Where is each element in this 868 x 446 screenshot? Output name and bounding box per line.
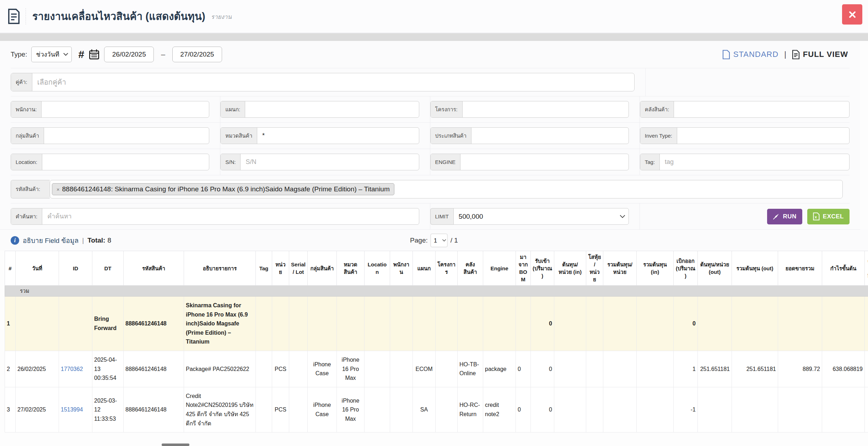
filter-row-2: กลุ่มสินค้า หมวดสินค้า ประเภทสินค้า Inve… xyxy=(11,123,850,149)
column-header: แผนก xyxy=(413,251,436,286)
product-code-field[interactable]: × 8886461246148: Skinarma Casing for iPh… xyxy=(50,180,843,198)
column-header: เบิกออก (ปริมาณ) xyxy=(674,251,698,286)
table-cell: SA xyxy=(413,387,436,432)
page-select[interactable]: 1 xyxy=(431,234,448,247)
table-cell xyxy=(698,297,732,351)
partner-row: คู่ค้า: xyxy=(11,68,850,96)
table-cell: 0 xyxy=(531,387,554,432)
employee-label: พนักงาน: xyxy=(11,101,42,117)
sn-input[interactable] xyxy=(241,154,419,170)
column-header: # xyxy=(5,251,16,286)
partner-input[interactable] xyxy=(32,73,634,91)
table-cell: 27/02/2025 xyxy=(16,387,59,432)
table-cell xyxy=(458,297,483,351)
search-row: คำค้นหา: LIMIT 500,000 xyxy=(11,203,850,229)
department-label: แผนก: xyxy=(221,101,245,117)
horizontal-scrollbar-thumb[interactable] xyxy=(162,444,189,446)
summary-label: รวม xyxy=(5,286,868,297)
product-category-input[interactable] xyxy=(257,128,419,144)
table-cell: 1 xyxy=(5,297,16,351)
total-value: 8 xyxy=(107,237,111,244)
table-cell xyxy=(337,297,365,351)
column-header: รวมต้นทุน (out) xyxy=(732,251,778,286)
tag-input[interactable] xyxy=(660,154,849,170)
table-cell: 186 xyxy=(865,297,868,351)
date-to-input[interactable] xyxy=(172,47,222,62)
table-cell: 0 xyxy=(531,297,554,351)
date-from-input[interactable] xyxy=(104,47,154,62)
excel-button[interactable]: x EXCEL xyxy=(807,209,850,224)
table-cell xyxy=(59,297,92,351)
table-cell: 1770362 xyxy=(59,351,92,387)
table-cell xyxy=(516,297,531,351)
field-info-link[interactable]: อธิบาย Field ข้อมูล xyxy=(23,235,79,246)
excel-file-icon: x xyxy=(813,212,820,221)
table-cell: iPhone 16 Pro Max xyxy=(337,387,365,432)
table-cell: iPhone Case xyxy=(308,351,337,387)
row-id-link[interactable]: 1770362 xyxy=(61,366,83,372)
project-label: โครงการ: xyxy=(431,101,463,117)
table-cell: 8886461246148 xyxy=(124,297,184,351)
table-cell xyxy=(554,387,586,432)
table-cell: 2025-03-12 11:33:53 xyxy=(92,387,124,432)
inven-type-input[interactable] xyxy=(677,128,849,144)
type-row: Type: ช่วงวันที่ # – xyxy=(11,41,850,68)
column-header: หน่วย xyxy=(272,251,289,286)
row-id-link[interactable]: 1513994 xyxy=(61,407,83,413)
table-cell xyxy=(436,387,458,432)
table-cell: 186 xyxy=(865,387,868,432)
project-input[interactable] xyxy=(463,101,629,117)
table-cell: Package# PAC25022622 xyxy=(184,351,256,387)
run-button[interactable]: RUN xyxy=(767,209,802,224)
calendar-icon[interactable] xyxy=(88,49,100,60)
keyword-label: คำค้นหา: xyxy=(11,208,42,224)
column-header: วันที่ xyxy=(16,251,59,286)
full-view-button[interactable]: FULL VIEW xyxy=(792,50,848,59)
column-header: Engine xyxy=(483,251,516,286)
table-cell xyxy=(365,387,390,432)
table-cell xyxy=(586,297,603,351)
limit-label: LIMIT xyxy=(430,208,453,225)
limit-select[interactable]: 500,000 xyxy=(453,208,629,225)
table-cell: HO-TB-Online xyxy=(458,351,483,387)
product-code-chip: × 8886461246148: Skinarma Casing for iPh… xyxy=(52,183,394,195)
table-cell xyxy=(483,297,516,351)
chip-remove-icon[interactable]: × xyxy=(56,186,60,192)
column-header: Tag xyxy=(256,251,272,286)
keyword-input[interactable] xyxy=(42,208,419,224)
product-category-label: หมวดสินค้า xyxy=(221,128,257,144)
table-cell: 2025-04-13 00:35:54 xyxy=(92,351,124,387)
engine-input[interactable] xyxy=(460,154,629,170)
sn-label: S/N: xyxy=(221,154,241,170)
table-cell: 3 xyxy=(5,387,16,432)
divider-band xyxy=(0,33,868,41)
product-type-input[interactable] xyxy=(471,128,629,144)
location-input[interactable] xyxy=(42,154,209,170)
table-cell xyxy=(778,387,822,432)
standard-view-button[interactable]: STANDARD xyxy=(722,50,778,59)
table-cell xyxy=(16,297,59,351)
table-cell xyxy=(289,351,308,387)
warehouse-input[interactable] xyxy=(674,101,849,117)
employee-input[interactable] xyxy=(42,101,209,117)
total-label: Total: xyxy=(87,237,105,244)
department-input[interactable] xyxy=(245,101,419,117)
close-button[interactable] xyxy=(842,4,862,25)
table-cell: 251.651181 xyxy=(698,351,732,387)
filter-panel: Type: ช่วงวันที่ # – xyxy=(0,41,860,230)
info-icon[interactable]: i xyxy=(11,236,19,245)
table-header-row: #วันที่IDDTรหัสสินค้าอธิบายรายการTagหน่ว… xyxy=(5,251,868,286)
summary-row: รวม xyxy=(5,286,868,297)
table-cell xyxy=(637,351,674,387)
filter-row-3: Location: S/N: ENGINE Tag: xyxy=(11,149,850,175)
table-cell xyxy=(390,387,413,432)
product-type-label: ประเภทสินค้า xyxy=(431,128,471,144)
product-group-input[interactable] xyxy=(44,128,209,144)
type-select[interactable]: ช่วงวันที่ xyxy=(31,47,72,62)
column-header: หมวดสินค้า xyxy=(337,251,365,286)
table-cell xyxy=(365,297,390,351)
product-code-label: รหัสสินค้า: xyxy=(11,180,50,198)
column-header: กำไรขั้นต้น xyxy=(822,251,865,286)
column-header: คงเหลือ xyxy=(865,251,868,286)
table-cell: credit note2 xyxy=(483,387,516,432)
